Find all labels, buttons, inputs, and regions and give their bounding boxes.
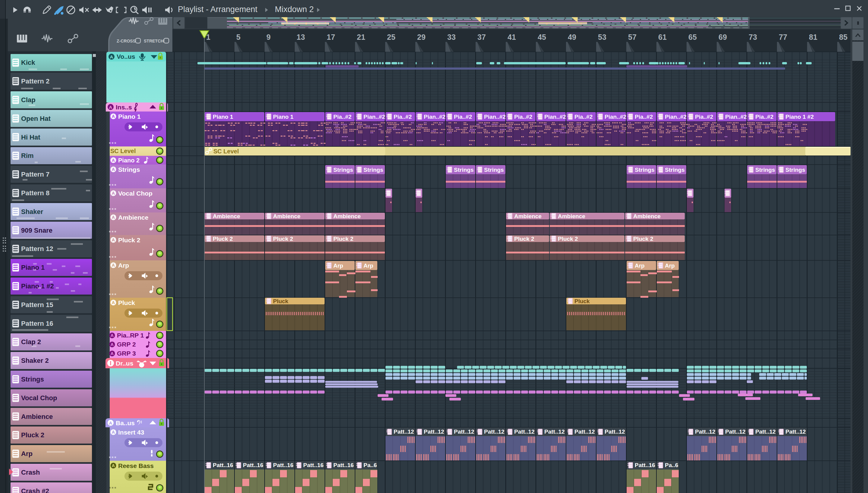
svg-text:Rim: Rim — [21, 152, 34, 159]
svg-text:Patt..12: Patt..12 — [574, 429, 595, 435]
svg-text:Pia..RP 1: Pia..RP 1 — [117, 332, 144, 339]
svg-text:Pattern 16: Pattern 16 — [21, 320, 53, 327]
svg-text:STRETCH: STRETCH — [144, 39, 164, 43]
svg-text:Pian..#2: Pian..#2 — [484, 114, 506, 120]
svg-text:Strings: Strings — [635, 167, 654, 173]
svg-text:Pia..#2: Pia..#2 — [454, 114, 472, 120]
svg-text:Clap 2: Clap 2 — [21, 338, 41, 346]
svg-text:Arp: Arp — [118, 262, 129, 269]
svg-text:Hi Hat: Hi Hat — [21, 133, 40, 141]
svg-text:Piano 1: Piano 1 — [21, 264, 45, 271]
svg-text:81: 81 — [809, 33, 817, 41]
svg-text:Patt..12: Patt..12 — [514, 429, 535, 435]
svg-text:Pian..#2: Pian..#2 — [605, 114, 626, 120]
svg-text:Pluck 2: Pluck 2 — [213, 236, 233, 242]
svg-text:Arp: Arp — [635, 262, 645, 269]
svg-text:Pia..#2: Pia..#2 — [755, 114, 773, 120]
svg-text:Patt..16: Patt..16 — [333, 462, 354, 468]
svg-text:Pluck 2: Pluck 2 — [633, 236, 653, 242]
svg-text:A: A — [111, 351, 114, 356]
svg-text:Pia..#2: Pia..#2 — [574, 114, 592, 120]
svg-text:Patt..16: Patt..16 — [635, 462, 655, 468]
svg-text:Insert 43: Insert 43 — [118, 429, 144, 436]
svg-text:5: 5 — [236, 33, 240, 41]
svg-text:Pian..#2: Pian..#2 — [364, 114, 385, 120]
svg-text:Pattern 7: Pattern 7 — [21, 171, 49, 178]
svg-text:A: A — [112, 215, 115, 220]
svg-text:Strings: Strings — [785, 167, 805, 173]
svg-text:Pian..#2: Pian..#2 — [544, 114, 566, 120]
svg-text:A: A — [112, 167, 115, 172]
svg-text:GRP 3: GRP 3 — [117, 350, 136, 357]
svg-text:Strings: Strings — [333, 167, 353, 173]
svg-text:Piano 1: Piano 1 — [118, 113, 141, 120]
svg-text:Pluck 2: Pluck 2 — [21, 431, 44, 439]
svg-text:Pattern 2: Pattern 2 — [21, 78, 49, 85]
svg-text:Pia..#2: Pia..#2 — [394, 114, 412, 120]
svg-text:Kick: Kick — [21, 59, 35, 66]
svg-text:Strings: Strings — [118, 166, 140, 173]
svg-text:Piano 1: Piano 1 — [273, 114, 294, 120]
svg-text:Patt..12: Patt..12 — [454, 429, 474, 435]
svg-text:Patt..12: Patt..12 — [605, 429, 625, 435]
svg-text:33: 33 — [447, 33, 456, 41]
svg-text:Pluck: Pluck — [574, 298, 590, 304]
svg-text:909 Snare: 909 Snare — [21, 227, 52, 234]
svg-text:Ambience: Ambience — [213, 213, 240, 219]
svg-text:Strings: Strings — [454, 167, 474, 173]
svg-text:A: A — [112, 463, 115, 468]
svg-text:A: A — [109, 421, 112, 426]
svg-text:Pluck 2: Pluck 2 — [273, 236, 293, 242]
svg-text:Ambience: Ambience — [333, 213, 361, 219]
svg-text:Pia..#2: Pia..#2 — [635, 114, 653, 120]
svg-text:A: A — [110, 54, 113, 59]
svg-text:61: 61 — [658, 33, 667, 41]
svg-text:A: A — [109, 105, 112, 110]
svg-text:Ambience: Ambience — [118, 214, 148, 221]
svg-text:Pattern 15: Pattern 15 — [21, 301, 53, 308]
svg-text:Pia..#2: Pia..#2 — [514, 114, 532, 120]
svg-text:A: A — [112, 114, 115, 119]
svg-text:Patt..12: Patt..12 — [695, 429, 716, 435]
svg-text:Pia..#2: Pia..#2 — [333, 114, 351, 120]
svg-text:Piano 2: Piano 2 — [118, 157, 139, 164]
svg-text:Ins..s: Ins..s — [116, 104, 132, 111]
svg-text:Shaker 2: Shaker 2 — [21, 357, 49, 364]
svg-text:13: 13 — [297, 33, 305, 41]
svg-text:Pluck 2: Pluck 2 — [558, 236, 578, 242]
svg-text:Reese Bass: Reese Bass — [118, 462, 154, 469]
svg-text:Pa..6: Pa..6 — [665, 462, 678, 468]
svg-text:Arp: Arp — [333, 262, 343, 269]
svg-text:Arp: Arp — [364, 262, 373, 269]
svg-text:25: 25 — [387, 33, 395, 41]
svg-text:29: 29 — [417, 33, 426, 41]
svg-text:A: A — [112, 430, 115, 434]
svg-text:Shaker: Shaker — [21, 208, 43, 215]
svg-text:Strings: Strings — [665, 167, 685, 173]
svg-text:17: 17 — [327, 33, 335, 41]
svg-text:41: 41 — [507, 33, 516, 41]
svg-text:Arp: Arp — [665, 262, 675, 269]
svg-text:Ambience: Ambience — [558, 213, 585, 219]
svg-text:Vocal Chop: Vocal Chop — [118, 190, 152, 197]
svg-text:Pia..#2: Pia..#2 — [695, 114, 713, 120]
svg-text:Strings: Strings — [364, 167, 383, 173]
svg-text:Playlist - Arrangement: Playlist - Arrangement — [178, 5, 258, 14]
svg-text:85: 85 — [839, 33, 847, 41]
svg-text:Patt..12: Patt..12 — [785, 429, 806, 435]
svg-text:Crash: Crash — [21, 469, 40, 476]
svg-text:Pluck: Pluck — [273, 298, 288, 304]
svg-text:Vo..us: Vo..us — [117, 53, 135, 60]
svg-text:Piano 1 #2: Piano 1 #2 — [21, 282, 54, 290]
svg-text:Patt..16: Patt..16 — [243, 462, 263, 468]
svg-text:Pian..#2: Pian..#2 — [665, 114, 687, 120]
svg-text:A: A — [112, 237, 115, 242]
svg-text:Ambience: Ambience — [633, 213, 660, 219]
svg-text:Ambience: Ambience — [21, 413, 53, 421]
svg-text:A: A — [112, 158, 115, 163]
svg-text:Pian..#2: Pian..#2 — [725, 114, 747, 120]
svg-text:65: 65 — [688, 33, 697, 41]
svg-text:49: 49 — [568, 33, 576, 41]
svg-text:Patt..12: Patt..12 — [394, 429, 414, 435]
svg-text:SC Level: SC Level — [213, 148, 239, 155]
